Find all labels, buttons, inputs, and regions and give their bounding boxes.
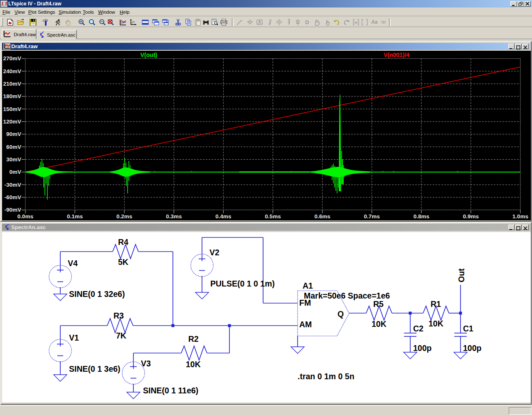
svg-text:V(out): V(out): [140, 52, 157, 58]
svg-text:AM: AM: [299, 320, 312, 329]
svg-text:C1: C1: [463, 324, 473, 333]
svg-text:C2: C2: [413, 324, 424, 333]
svg-text:D: D: [305, 19, 309, 25]
svg-text:R4: R4: [118, 237, 128, 247]
svg-text:A: A: [258, 20, 261, 25]
svg-text:SINE(0 1 32e6): SINE(0 1 32e6): [69, 289, 125, 299]
svg-text:150mV: 150mV: [3, 106, 21, 112]
svg-text:Aa: Aa: [371, 19, 378, 25]
svg-text:V2: V2: [209, 248, 219, 257]
svg-text:5K: 5K: [118, 257, 128, 267]
svg-text:-60mV: -60mV: [4, 194, 21, 200]
svg-text:90mV: 90mV: [6, 131, 21, 137]
svg-text:FM: FM: [299, 298, 311, 307]
svg-text:100p: 100p: [463, 343, 482, 353]
svg-text:R3: R3: [113, 311, 124, 320]
svg-text:10K: 10K: [372, 319, 387, 329]
svg-text:120mV: 120mV: [3, 119, 21, 125]
svg-text:0.0ms: 0.0ms: [17, 213, 33, 220]
svg-text:V4: V4: [68, 259, 78, 268]
svg-text:V1: V1: [69, 333, 79, 342]
svg-text:-90mV: -90mV: [4, 207, 21, 213]
svg-text:0.9ms: 0.9ms: [463, 213, 479, 220]
svg-text:PULSE(0 1 0 1m): PULSE(0 1 0 1m): [210, 279, 275, 288]
svg-text:0.8ms: 0.8ms: [414, 213, 429, 220]
svg-text:240mV: 240mV: [3, 68, 21, 74]
svg-text:-30mV: -30mV: [4, 182, 21, 188]
svg-text:0.3ms: 0.3ms: [166, 213, 182, 220]
svg-text:180mV: 180mV: [3, 93, 21, 99]
svg-text:7K: 7K: [116, 331, 126, 340]
svg-text:V3: V3: [141, 359, 151, 368]
svg-text:100p: 100p: [413, 343, 432, 353]
svg-text:270mV: 270mV: [3, 55, 21, 62]
svg-text:.tran 0 1m 0 5n: .tran 0 1m 0 5n: [298, 372, 355, 381]
svg-text:0.7ms: 0.7ms: [364, 213, 380, 220]
svg-text:30mV: 30mV: [6, 156, 21, 163]
svg-text:Mark=50e6 Space=1e6: Mark=50e6 Space=1e6: [304, 291, 390, 300]
svg-text:R2: R2: [188, 334, 199, 343]
svg-text:SINE(0 1 11e6): SINE(0 1 11e6): [143, 386, 198, 395]
svg-text:0.4ms: 0.4ms: [215, 213, 231, 220]
svg-text:m: m: [354, 20, 357, 25]
svg-text:10K: 10K: [186, 360, 201, 369]
svg-text:0mV: 0mV: [9, 169, 21, 175]
svg-text:210mV: 210mV: [3, 81, 21, 87]
svg-text:LT: LT: [1, 1, 7, 7]
svg-text:0.1ms: 0.1ms: [67, 213, 83, 220]
svg-text:60mV: 60mV: [6, 144, 21, 150]
svg-text:1.0ms: 1.0ms: [512, 213, 528, 220]
svg-text:ap: ap: [381, 20, 386, 24]
svg-text:R1: R1: [431, 299, 441, 309]
svg-text:10K: 10K: [429, 319, 443, 328]
svg-text:0.5ms: 0.5ms: [265, 213, 281, 220]
svg-text:0.2ms: 0.2ms: [116, 213, 132, 220]
svg-text:0.6ms: 0.6ms: [314, 213, 330, 220]
svg-text:SINE(0 1 3e6): SINE(0 1 3e6): [69, 364, 121, 373]
svg-text:A1: A1: [303, 281, 313, 290]
svg-text:R5: R5: [373, 299, 384, 309]
svg-text:Q: Q: [337, 309, 344, 319]
svg-text:V(n001)/4: V(n001)/4: [384, 52, 409, 58]
svg-text:Out: Out: [457, 268, 466, 282]
